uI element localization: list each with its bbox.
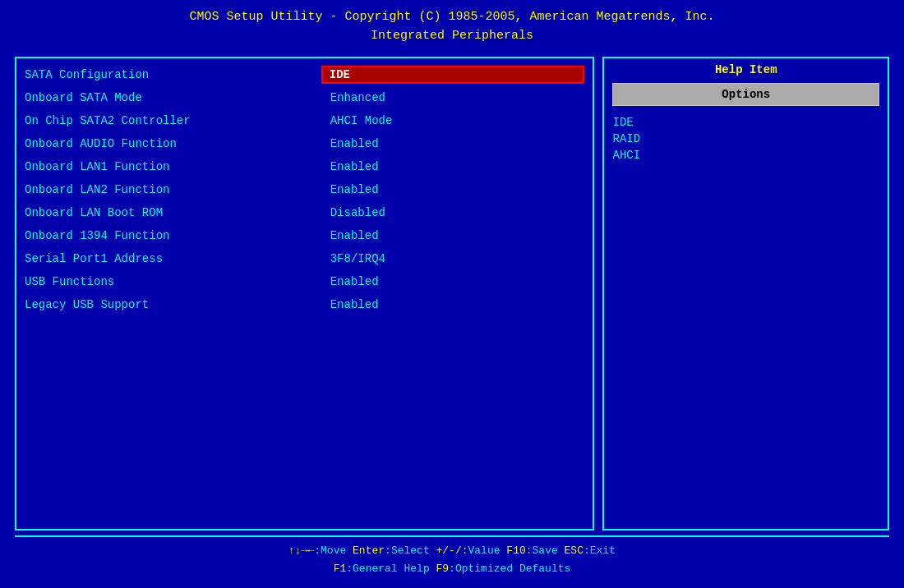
settings-value[interactable]: Enabled: [330, 275, 585, 288]
settings-label: SATA Configuration: [25, 68, 321, 81]
settings-label: Onboard LAN Boot ROM: [25, 206, 330, 219]
settings-value[interactable]: AHCI Mode: [330, 114, 585, 127]
options-label: Options: [722, 88, 770, 101]
settings-label: Serial Port1 Address: [25, 252, 330, 265]
settings-label: Onboard LAN2 Function: [25, 183, 330, 196]
footer-desc: :Save: [526, 544, 565, 557]
footer: ↑↓→←:Move Enter:Select +/-/:Value F10:Sa…: [15, 535, 889, 581]
help-panel: Help Item Options IDERAIDAHCI: [602, 57, 889, 531]
footer-key: ↑↓→←: [288, 544, 314, 557]
settings-value[interactable]: Enabled: [330, 229, 585, 242]
settings-value[interactable]: Enabled: [330, 183, 585, 196]
settings-row[interactable]: Onboard LAN2 FunctionEnabled: [25, 178, 584, 201]
settings-row[interactable]: SATA ConfigurationIDE: [25, 63, 584, 86]
settings-panel: SATA ConfigurationIDEOnboard SATA ModeEn…: [15, 57, 594, 531]
settings-label: Onboard LAN1 Function: [25, 160, 330, 173]
footer-desc: :Optimized Defaults: [449, 563, 570, 575]
settings-row[interactable]: Onboard LAN Boot ROMDisabled: [25, 201, 584, 224]
settings-row[interactable]: Onboard AUDIO FunctionEnabled: [25, 132, 584, 155]
footer-desc: :Exit: [583, 544, 616, 557]
settings-label: Onboard AUDIO Function: [25, 137, 330, 150]
settings-value[interactable]: Enhanced: [330, 91, 585, 104]
footer-key: ESC: [565, 544, 583, 557]
settings-row[interactable]: USB FunctionsEnabled: [25, 270, 584, 293]
settings-row[interactable]: Onboard SATA ModeEnhanced: [25, 86, 584, 109]
settings-label: Onboard SATA Mode: [25, 91, 330, 104]
option-item[interactable]: IDE: [612, 114, 879, 131]
settings-row[interactable]: Legacy USB SupportEnabled: [25, 293, 584, 316]
settings-row[interactable]: Onboard 1394 FunctionEnabled: [25, 224, 584, 247]
option-item[interactable]: AHCI: [612, 147, 879, 163]
help-title: Help Item: [612, 63, 879, 76]
header-line1: CMOS Setup Utility - Copyright (C) 1985-…: [0, 8, 904, 27]
footer-desc: :General Help: [346, 563, 436, 575]
footer-desc: :Select: [385, 544, 436, 557]
settings-row[interactable]: On Chip SATA2 ControllerAHCI Mode: [25, 109, 584, 132]
settings-value[interactable]: Enabled: [330, 298, 585, 311]
settings-value[interactable]: 3F8/IRQ4: [330, 252, 585, 265]
footer-desc: Value: [468, 544, 507, 557]
settings-row[interactable]: Onboard LAN1 FunctionEnabled: [25, 155, 584, 178]
footer-key: F1: [334, 563, 347, 575]
option-item[interactable]: RAID: [612, 131, 879, 147]
settings-label: On Chip SATA2 Controller: [25, 114, 330, 127]
settings-label: Onboard 1394 Function: [25, 229, 330, 242]
settings-value[interactable]: Enabled: [330, 160, 585, 173]
settings-label: Legacy USB Support: [25, 298, 330, 311]
footer-key: F10: [506, 544, 525, 557]
footer-key: +/-/:: [436, 544, 468, 557]
footer-line1: ↑↓→←:Move Enter:Select +/-/:Value F10:Sa…: [15, 542, 889, 560]
settings-row[interactable]: Serial Port1 Address3F8/IRQ4: [25, 247, 584, 270]
settings-value[interactable]: Disabled: [330, 206, 585, 219]
header-line2: Integrated Peripherals: [0, 27, 904, 46]
footer-line2: F1:General Help F9:Optimized Defaults: [15, 560, 889, 578]
page-header: CMOS Setup Utility - Copyright (C) 1985-…: [0, 0, 904, 50]
footer-key: F9: [436, 563, 449, 575]
options-box: Options: [612, 83, 879, 106]
settings-value[interactable]: IDE: [321, 66, 585, 84]
footer-desc: :Move: [314, 544, 353, 557]
options-list: IDERAIDAHCI: [612, 114, 879, 163]
footer-key: Enter: [353, 544, 385, 557]
settings-value[interactable]: Enabled: [330, 137, 585, 150]
settings-label: USB Functions: [25, 275, 330, 288]
main-container: SATA ConfigurationIDEOnboard SATA ModeEn…: [15, 57, 889, 531]
